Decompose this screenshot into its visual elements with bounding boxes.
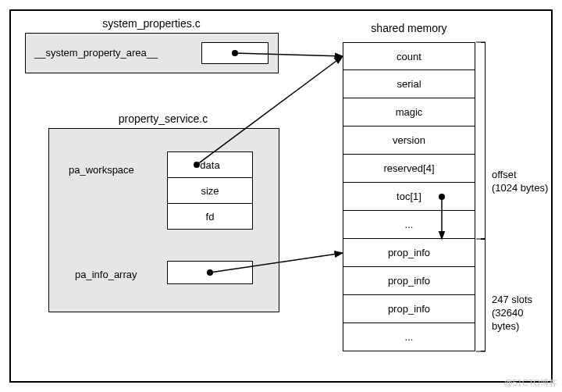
shared-memory-heading: shared memory xyxy=(354,22,464,34)
annotation-slots: 247 slots (32640 bytes) xyxy=(492,294,551,333)
module-label-sysprops: system_properties.c xyxy=(81,17,222,30)
mem-cell-propinfo-0: prop_info xyxy=(343,239,475,267)
mem-cell-propinfo-2: prop_info xyxy=(343,295,475,323)
pointer-dot-icon xyxy=(207,269,213,276)
pointer-dot-icon xyxy=(232,50,238,56)
diagram-canvas: system_properties.c __system_property_ar… xyxy=(9,9,553,383)
mem-cell-propinfo-1: prop_info xyxy=(343,267,475,295)
mem-cell-count: count xyxy=(343,42,475,70)
mem-cell-ellipsis-2: ... xyxy=(343,323,475,351)
module-label-propservice: property_service.c xyxy=(97,112,229,125)
mem-cell-version: version xyxy=(343,127,475,155)
annotation-slots-bytes: (32640 bytes) xyxy=(492,307,551,333)
var-system-property-area: __system_property_area__ xyxy=(34,47,158,59)
watermark: @51CTO博客 xyxy=(504,377,557,389)
mem-cell-serial: serial xyxy=(343,70,475,98)
annotation-offset: offset (1024 bytes) xyxy=(492,169,548,195)
annotation-offset-bytes: (1024 bytes) xyxy=(492,182,548,195)
var-pa-info-array: pa_info_array xyxy=(75,269,137,280)
cell-pa-workspace-data: data xyxy=(167,151,253,178)
mem-cell-magic: magic xyxy=(343,98,475,127)
mem-cell-reserved: reserved[4] xyxy=(343,155,475,183)
pointer-dot-icon xyxy=(439,194,445,200)
bracket-offset xyxy=(481,42,486,239)
shared-memory-column: count serial magic version reserved[4] t… xyxy=(343,42,475,351)
var-pa-workspace: pa_workspace xyxy=(69,164,134,176)
pointer-dot-icon xyxy=(194,162,200,168)
bracket-slots xyxy=(481,239,486,351)
annotation-slots-label: 247 slots xyxy=(492,294,551,307)
mem-cell-toc: toc[1] xyxy=(343,183,475,211)
mem-cell-ellipsis-1: ... xyxy=(343,211,475,239)
cell-pa-workspace-fd: fd xyxy=(167,203,253,230)
annotation-offset-label: offset xyxy=(492,169,548,182)
cell-pa-workspace-size: size xyxy=(167,177,253,204)
